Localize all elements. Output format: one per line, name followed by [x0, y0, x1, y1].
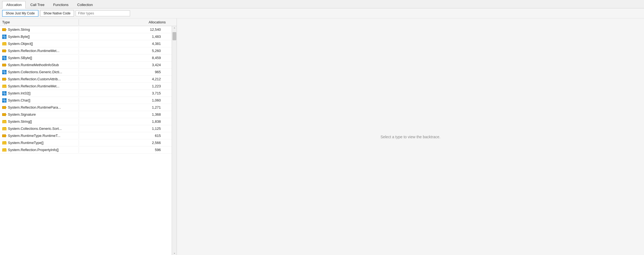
toolbar: Show Just My Code Show Native Code [0, 8, 644, 19]
svg-rect-51 [2, 120, 4, 121]
tab-bar: Allocation Call Tree Functions Collectio… [0, 0, 644, 8]
table-row[interactable]: System.Reflection.CustomAttrib... 4,212 [0, 76, 172, 83]
grid-icon [2, 56, 7, 60]
svg-rect-18 [5, 58, 6, 60]
table-row[interactable]: System.Reflection.RuntimeMet... 1,223 [0, 83, 172, 90]
type-label: System.Reflection.PropertyInfo[] [8, 148, 58, 152]
filter-types-input[interactable] [76, 10, 130, 16]
folder-icon [2, 119, 7, 124]
grid-icon [2, 91, 7, 96]
type-label: System.String[] [8, 119, 32, 124]
arrow-icon [2, 27, 7, 32]
cell-alloc: 4,212 [79, 76, 172, 82]
arrow-icon [2, 134, 7, 138]
cell-type: System.Reflection.RuntimeMet... [0, 48, 79, 54]
tab-call-tree[interactable]: Call Tree [26, 1, 48, 8]
type-label: System.RuntimeType[] [8, 141, 44, 145]
type-label: System.Reflection.RuntimePara... [8, 105, 61, 109]
cell-alloc: 5,260 [79, 48, 172, 54]
svg-rect-9 [2, 42, 4, 43]
folder-icon [2, 148, 7, 152]
table-row[interactable]: System.String 12,540 [0, 26, 172, 33]
cell-type: System.Byte[] [0, 34, 79, 40]
table-row[interactable]: System.Collections.Generic.Dicti... 965 [0, 69, 172, 76]
type-label: System.SByte[] [8, 56, 32, 60]
grid-icon [2, 35, 7, 39]
show-native-code-button[interactable]: Show Native Code [40, 10, 74, 17]
cell-alloc: 596 [79, 147, 172, 153]
cell-type: System.RuntimeType.RuntimeT... [0, 133, 79, 139]
table-row[interactable]: System.Int32[] 3,715 [0, 90, 172, 97]
table-body: System.String 12,540 System.Byte[] 1,483… [0, 26, 172, 255]
show-my-code-button[interactable]: Show Just My Code [2, 10, 38, 17]
cell-alloc: 8,459 [79, 55, 172, 61]
arrow-icon [2, 77, 7, 81]
table-row[interactable]: System.Reflection.RuntimeMet... 5,260 [0, 47, 172, 54]
table-row[interactable]: System.String[] 1,838 [0, 118, 172, 125]
cell-alloc: 3,715 [79, 90, 172, 96]
svg-rect-7 [2, 35, 4, 36]
table-header: Type Allocations [0, 19, 177, 26]
table-row[interactable]: System.Reflection.RuntimePara... 1,271 [0, 104, 172, 111]
svg-rect-52 [2, 127, 4, 128]
col-alloc-header: Allocations [79, 19, 177, 25]
table-row[interactable]: System.RuntimeType[] 2,566 [0, 139, 172, 146]
table-row[interactable]: System.RuntimeType.RuntimeT... 615 [0, 132, 172, 139]
arrow-icon [2, 112, 7, 117]
cell-alloc: 1,838 [79, 119, 172, 124]
table-row[interactable]: System.Char[] 1,060 [0, 97, 172, 104]
grid-icon [2, 70, 7, 74]
tab-collection[interactable]: Collection [73, 1, 97, 8]
table-row[interactable]: System.Signature 1,368 [0, 111, 172, 118]
svg-rect-32 [2, 85, 4, 85]
type-label: System.RuntimeType.RuntimeT... [8, 134, 60, 138]
svg-rect-55 [2, 135, 5, 137]
left-panel-inner: System.String 12,540 System.Byte[] 1,483… [0, 26, 177, 255]
svg-rect-26 [2, 70, 4, 72]
cell-type: System.Reflection.PropertyInfo[] [0, 147, 79, 153]
svg-rect-37 [5, 94, 6, 95]
grid-icon [2, 98, 7, 103]
cell-type: System.Signature [0, 112, 79, 118]
cell-alloc: 1,271 [79, 105, 172, 110]
folder-icon [2, 42, 7, 46]
cell-alloc: 2,566 [79, 140, 172, 146]
col-type-header: Type [0, 19, 79, 25]
table-row[interactable]: System.Byte[] 1,483 [0, 33, 172, 40]
type-label: System.Object[] [8, 42, 33, 46]
svg-rect-27 [5, 72, 6, 74]
type-label: System.Collections.Generic.Sort... [8, 127, 62, 131]
arrow-icon [2, 105, 7, 110]
svg-rect-12 [2, 50, 5, 52]
table-row[interactable]: System.Reflection.PropertyInfo[] 596 [0, 146, 172, 153]
type-label: System.Reflection.RuntimeMet... [8, 49, 59, 53]
cell-type: System.Reflection.RuntimePara... [0, 105, 79, 110]
tab-allocation[interactable]: Allocation [2, 1, 26, 8]
cell-type: System.SByte[] [0, 55, 79, 61]
table-row[interactable]: System.SByte[] 8,459 [0, 54, 172, 62]
cell-type: System.Int32[] [0, 90, 79, 96]
cell-type: System.Reflection.RuntimeMet... [0, 83, 79, 89]
svg-rect-42 [5, 101, 6, 102]
scroll-up-button[interactable]: ⌃ [172, 26, 177, 31]
type-label: System.Int32[] [8, 91, 30, 95]
cell-type: System.Char[] [0, 97, 79, 103]
cell-type: System.RuntimeMethodInfoStub [0, 62, 79, 68]
type-label: System.Reflection.RuntimeMet... [8, 84, 59, 88]
scroll-down-button[interactable]: ⌄ [172, 250, 177, 255]
cell-alloc: 1,483 [79, 34, 172, 39]
table-row[interactable]: System.Collections.Generic.Sort... 1,125 [0, 125, 172, 132]
tab-functions[interactable]: Functions [49, 1, 72, 8]
scroll-thumb[interactable] [172, 32, 176, 40]
cell-type: System.String[] [0, 119, 79, 125]
cell-type: System.Collections.Generic.Sort... [0, 126, 79, 132]
type-label: System.Reflection.CustomAttrib... [8, 77, 61, 81]
table-row[interactable]: System.Object[] 4,381 [0, 40, 172, 47]
cell-type: System.String [0, 27, 79, 33]
cell-alloc: 1,368 [79, 112, 172, 117]
table-row[interactable]: System.RuntimeMethodInfoStub 3,424 [0, 62, 172, 69]
type-label: System.RuntimeMethodInfoStub [8, 63, 59, 67]
type-label: System.Signature [8, 112, 36, 116]
svg-rect-45 [2, 106, 5, 109]
cell-type: System.Object[] [0, 41, 79, 47]
